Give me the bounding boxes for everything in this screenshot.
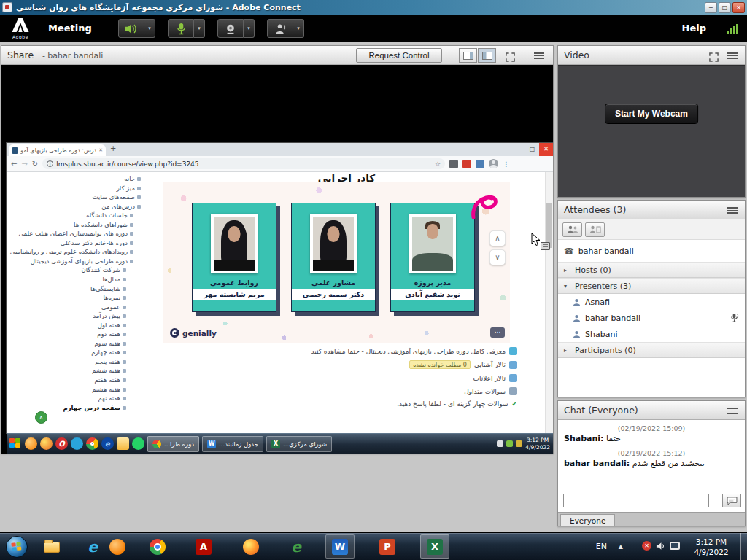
window-minimize-button[interactable]: ─ (705, 2, 717, 13)
sidebar-link[interactable]: شوراهای دانشکده ها (8, 221, 142, 229)
powerpoint-icon[interactable]: P (378, 537, 397, 556)
sidebar-link[interactable]: خانه (8, 175, 142, 183)
scrollbar-thumb[interactable] (546, 203, 552, 248)
speaker-dropdown[interactable]: ▾ (144, 19, 155, 38)
sidebar-link[interactable]: هفته اول (8, 322, 142, 330)
firefox-icon[interactable] (40, 438, 53, 450)
collapsed-caret-icon[interactable]: ▸ (564, 267, 570, 273)
messenger-icon[interactable] (71, 438, 83, 450)
chrome-icon[interactable] (86, 438, 98, 450)
taskbar-clock[interactable]: 3:12 PM4/9/2022 (687, 537, 735, 557)
extension-icon-2[interactable] (476, 160, 484, 168)
browser-maximize-button[interactable]: □ (525, 143, 539, 156)
course-link[interactable]: تالار اعلانات (473, 375, 506, 382)
new-tab-button[interactable]: + (110, 144, 116, 152)
sidebar-link-current[interactable]: صفحه درس چهارم (8, 404, 142, 412)
show-desktop-button[interactable] (740, 533, 747, 560)
media-player-icon[interactable] (25, 438, 37, 450)
hosts-group-row[interactable]: ▸ Hosts (0) (558, 262, 745, 278)
tray-icon[interactable] (497, 440, 503, 447)
attendee-row[interactable]: bahar bandali (558, 310, 745, 326)
share-pod-menu-icon[interactable] (534, 52, 544, 60)
sidebar-link[interactable]: هفته هفتم (8, 376, 142, 384)
whatsapp-icon[interactable] (132, 438, 144, 450)
language-indicator[interactable]: EN (596, 542, 607, 551)
breakout-view-button[interactable] (585, 222, 605, 237)
window-close-button[interactable]: ✕ (732, 2, 745, 13)
folder-icon[interactable] (117, 438, 129, 450)
sidebar-link[interactable]: مدال‌ها (8, 276, 142, 284)
taskbar-window-chrome[interactable]: دوره طرا... (147, 436, 199, 452)
help-menu[interactable]: Help (682, 23, 706, 34)
raise-hand-status-icon[interactable] (267, 19, 293, 38)
browser-close-button[interactable]: ✕ (539, 143, 553, 156)
embed-options-button[interactable]: ... (490, 327, 505, 338)
chat-pod-menu-icon[interactable] (727, 408, 738, 415)
sidebar-link[interactable]: هفته چهارم (8, 349, 142, 357)
video-pod-menu-icon[interactable] (727, 52, 738, 60)
sidebar-link[interactable]: نمره‌ها (8, 294, 142, 302)
expanded-caret-icon[interactable]: ▾ (564, 283, 570, 289)
active-speaker-row[interactable]: ☎ bahar bandali (558, 243, 745, 259)
media-player-icon[interactable] (108, 537, 127, 556)
windows-start-button[interactable] (6, 536, 28, 558)
slide-up-button[interactable]: ∧ (489, 230, 506, 246)
meeting-menu[interactable]: Meeting (48, 23, 92, 34)
adobe-reader-icon[interactable]: A (194, 537, 213, 556)
slide-down-button[interactable]: ∨ (489, 249, 506, 265)
participants-group-row[interactable]: ▸ Participants (0) (558, 342, 745, 358)
browser-profile-avatar[interactable] (489, 159, 498, 168)
sidebar-link[interactable]: صفحه‌های سایت (8, 193, 142, 201)
chrome-icon[interactable] (148, 537, 167, 556)
browser-menu-kebab-icon[interactable]: ⋮ (503, 160, 509, 168)
ie-icon[interactable]: e (101, 438, 114, 450)
request-control-button[interactable]: Request Control (356, 48, 442, 63)
sidebar-link[interactable]: هفته نهم (8, 394, 142, 402)
tray-icon[interactable] (506, 440, 513, 447)
sidebar-link[interactable]: پیش درآمد (8, 312, 142, 320)
browser-minimize-button[interactable]: ─ (511, 143, 525, 156)
microphone-icon[interactable] (168, 19, 194, 38)
sidebar-link[interactable]: عمومی (8, 303, 142, 311)
word-icon[interactable]: W (330, 537, 349, 556)
taskbar-window-excel[interactable]: X شوراي مركزي... (266, 436, 332, 452)
ie-icon[interactable]: e (83, 537, 102, 556)
explorer-folder-icon[interactable] (42, 537, 61, 556)
start-webcam-button[interactable]: Start My Webcam (605, 104, 698, 124)
layout-toggle-left-icon[interactable] (459, 48, 477, 63)
status-dropdown[interactable]: ▾ (293, 19, 304, 38)
course-link[interactable]: تالار آشنایی (474, 361, 506, 368)
taskbar-window-word[interactable]: W جدول زمانبند... (202, 436, 263, 452)
edge-icon[interactable]: e (287, 537, 306, 556)
action-center-alert-icon[interactable]: ✕ (642, 541, 651, 551)
sidebar-link[interactable]: هفته سوم (8, 340, 142, 348)
opera-icon[interactable]: O (55, 438, 68, 450)
browser-active-tab[interactable]: درس: دوره طراحی بازیهای آموزشی ✕ (9, 144, 106, 156)
speaker-icon[interactable] (118, 19, 144, 38)
back-icon[interactable]: ← (11, 160, 17, 168)
excel-icon[interactable]: X (425, 537, 444, 556)
page-scrollbar[interactable] (545, 172, 553, 433)
firefox-icon[interactable] (241, 537, 260, 556)
course-link[interactable]: معرفی کامل دوره طراحی بازیهای آموزشی دیج… (311, 348, 506, 355)
reload-icon[interactable]: ↻ (32, 160, 38, 168)
webcam-dropdown[interactable]: ▾ (244, 19, 255, 38)
tab-close-icon[interactable]: ✕ (98, 147, 103, 153)
attendee-row[interactable]: Asnafi (558, 294, 745, 310)
window-maximize-button[interactable]: □ (719, 2, 731, 13)
attendee-view-button[interactable] (562, 222, 582, 237)
network-icon[interactable] (670, 542, 680, 550)
connection-status-icon[interactable] (727, 24, 738, 34)
sidebar-link[interactable]: دوره های توانمندسازی اعضای هیئت علمی (8, 230, 142, 238)
forward-icon[interactable]: → (21, 160, 27, 168)
webcam-icon[interactable] (217, 19, 244, 38)
scroll-to-top-button[interactable]: ∧ (35, 411, 47, 424)
chat-send-button[interactable] (722, 494, 741, 508)
tray-expand-icon[interactable]: ▲ (619, 543, 623, 550)
shared-start-button[interactable] (9, 438, 22, 450)
sidebar-link[interactable]: هفته پنجم (8, 358, 142, 366)
bookmark-star-icon[interactable]: ☆ (435, 160, 441, 168)
sidebar-link[interactable]: جلسات دانشگاه (8, 211, 142, 219)
sidebar-link[interactable]: درس‌های من (8, 203, 142, 211)
extension-icon[interactable] (449, 160, 458, 168)
